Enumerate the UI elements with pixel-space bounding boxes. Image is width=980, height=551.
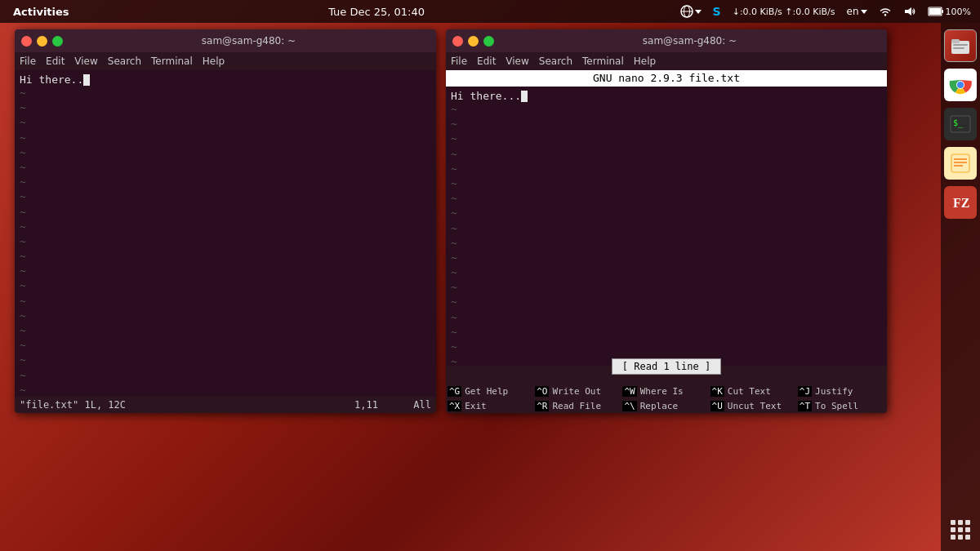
svg-rect-12 <box>953 44 968 46</box>
svg-marker-3 <box>695 10 702 14</box>
menu-file-1[interactable]: File <box>20 56 36 67</box>
dock-icon-filezilla[interactable]: FZ <box>944 186 977 219</box>
network-icon[interactable] <box>678 5 704 18</box>
skype-icon[interactable]: S <box>710 5 724 18</box>
status-file-1: "file.txt" 1L, 12C <box>20 399 126 411</box>
nano-line-1: Hi there... <box>451 90 882 102</box>
shortcut-exit: ^X Exit <box>448 401 532 411</box>
shortcut-read-file: ^R Read File <box>535 401 619 411</box>
nano-shortcuts: [ Read 1 line ] ^G Get Help ^O Write Out… <box>446 366 887 413</box>
datetime-label: Tue Dec 25, 01:40 <box>328 6 425 18</box>
top-panel-left: Activities <box>7 4 76 20</box>
top-panel-center: Tue Dec 25, 01:40 <box>328 6 425 18</box>
top-panel-right: S ↓:0.0 KiB/s ↑:0.0 KiB/s en <box>678 5 973 18</box>
svg-rect-13 <box>953 47 964 49</box>
shortcut-replace: ^\ Replace <box>622 401 706 411</box>
svg-marker-4 <box>861 10 867 14</box>
apps-grid-icon <box>951 520 971 540</box>
activities-button[interactable]: Activities <box>7 4 76 20</box>
menu-search-2[interactable]: Search <box>539 56 572 67</box>
shortcut-get-help: ^G Get Help <box>448 386 532 397</box>
cursor-1 <box>83 74 90 86</box>
dock-icon-terminal[interactable]: $_ <box>944 108 977 140</box>
terminal-line-1: Hi there.. <box>20 73 431 86</box>
dock-icon-files[interactable] <box>944 29 977 62</box>
menu-help-1[interactable]: Help <box>203 56 225 67</box>
terminal-title-1: sam@sam-g480: ~ <box>68 35 430 47</box>
desktop: sam@sam-g480: ~ File Edit View Search Te… <box>0 23 980 551</box>
close-button-1[interactable] <box>21 36 32 47</box>
wifi-icon[interactable] <box>876 5 894 18</box>
dropdown-arrow <box>695 8 702 15</box>
svg-rect-20 <box>951 154 969 172</box>
nano-header: GNU nano 2.9.3 file.txt <box>446 70 887 87</box>
menu-file-2[interactable]: File <box>451 56 467 67</box>
svg-rect-8 <box>929 8 941 15</box>
svg-text:$_: $_ <box>953 118 964 128</box>
terminal-body-1[interactable]: Hi there.. ~ ~ ~ ~ ~ ~ ~ ~ ~ ~ ~ ~ ~ ~ ~… <box>15 70 436 397</box>
cursor-2 <box>521 91 528 102</box>
menu-view-1[interactable]: View <box>74 56 97 67</box>
titlebar-1: sam@sam-g480: ~ <box>15 29 436 52</box>
show-apps-button[interactable] <box>944 517 977 543</box>
read-line-popup: [ Read 1 line ] <box>612 358 721 375</box>
titlebar-2: sam@sam-g480: ~ <box>446 29 887 52</box>
svg-text:FZ: FZ <box>953 196 969 210</box>
shortcut-cut-text: ^K Cut Text <box>710 386 795 397</box>
shortcut-justify: ^J Justify <box>798 386 882 397</box>
network-speed[interactable]: ↓:0.0 KiB/s ↑:0.0 KiB/s <box>730 7 838 17</box>
close-button-2[interactable] <box>452 36 463 47</box>
top-panel: Activities Tue Dec 25, 01:40 S ↓:0.0 KiB… <box>0 0 980 23</box>
menu-edit-2[interactable]: Edit <box>477 56 496 67</box>
shortcut-uncut-text: ^U Uncut Text <box>710 401 795 411</box>
menu-edit-1[interactable]: Edit <box>46 56 65 67</box>
terminal-window-2: sam@sam-g480: ~ File Edit View Search Te… <box>446 29 887 413</box>
dock: $_ FZ <box>941 23 980 551</box>
nano-body[interactable]: Hi there... ~ ~ ~ ~ ~ ~ ~ ~ ~ ~ ~ ~ ~ ~ … <box>446 87 887 366</box>
shortcuts-row-1: ^G Get Help ^O Write Out ^W Where Is ^K … <box>446 384 887 398</box>
status-pos-1: 1,11 All <box>354 399 431 411</box>
menu-view-2[interactable]: View <box>506 56 528 67</box>
dock-icon-notes[interactable] <box>944 147 977 180</box>
menu-terminal-2[interactable]: Terminal <box>582 56 624 67</box>
menu-search-1[interactable]: Search <box>108 56 141 67</box>
svg-point-17 <box>957 82 964 88</box>
menu-help-2[interactable]: Help <box>634 56 656 67</box>
svg-point-5 <box>884 14 885 16</box>
maximize-button-2[interactable] <box>483 36 494 47</box>
menu-terminal-1[interactable]: Terminal <box>151 56 193 67</box>
terminal-title-2: sam@sam-g480: ~ <box>499 35 880 47</box>
status-bar-1: "file.txt" 1L, 12C 1,11 All <box>15 397 436 413</box>
shortcut-write-out: ^O Write Out <box>535 386 619 397</box>
menubar-1: File Edit View Search Terminal Help <box>15 52 436 70</box>
minimize-button-1[interactable] <box>37 36 47 47</box>
maximize-button-1[interactable] <box>52 36 63 47</box>
svg-marker-6 <box>905 7 911 16</box>
minimize-button-2[interactable] <box>468 36 479 47</box>
svg-rect-9 <box>942 10 943 13</box>
shortcut-to-spell: ^T To Spell <box>798 401 882 411</box>
globe-icon <box>680 5 693 18</box>
shortcuts-row-2: ^X Exit ^R Read File ^\ Replace ^U Uncut… <box>446 398 887 413</box>
menubar-2: File Edit View Search Terminal Help <box>446 52 887 70</box>
dock-icon-chrome[interactable] <box>944 69 977 101</box>
terminal-window-1: sam@sam-g480: ~ File Edit View Search Te… <box>15 29 436 413</box>
lang-dropdown-icon <box>861 8 867 15</box>
shortcut-where-is: ^W Where Is <box>622 386 706 397</box>
battery-icon[interactable]: 100% <box>925 6 973 17</box>
volume-icon[interactable] <box>901 5 919 18</box>
svg-rect-11 <box>951 39 960 43</box>
language-selector[interactable]: en <box>844 6 870 17</box>
